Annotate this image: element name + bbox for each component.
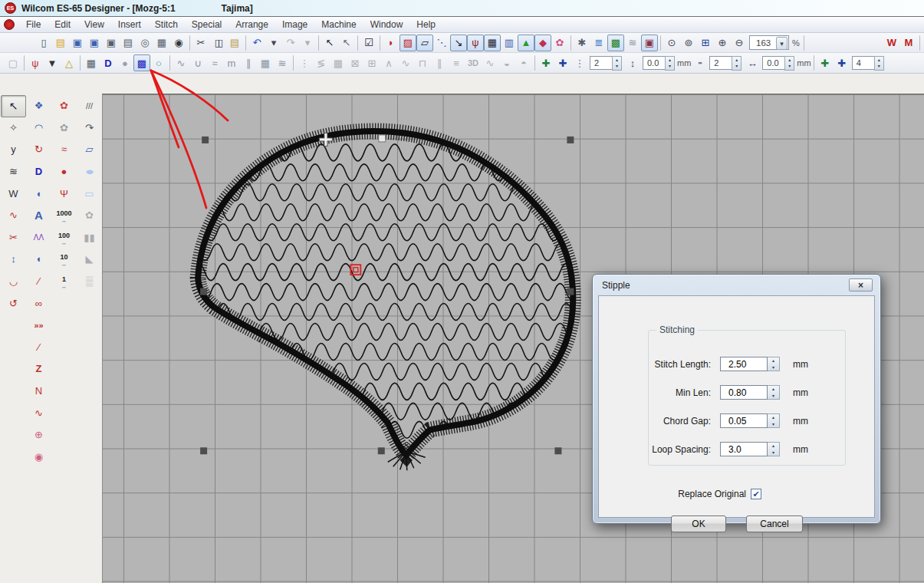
chain-link-tool[interactable]: ∞ (26, 292, 51, 315)
show-bitmap-icon[interactable]: ✿ (551, 35, 568, 51)
menu-insert[interactable]: Insert (111, 17, 148, 32)
loop-stitch-icon[interactable]: ∪ (189, 54, 206, 71)
import-machine-file-icon[interactable]: M (900, 35, 917, 51)
shell-tool[interactable]: ◖ (26, 183, 51, 205)
mw-stitch-tool[interactable]: W (1, 183, 26, 205)
paste-icon[interactable]: ▤ (226, 35, 243, 51)
cut-icon[interactable]: ✂ (192, 35, 209, 51)
tatami-icon[interactable]: ⊠ (347, 54, 363, 71)
reshape-tool[interactable]: ❖ (26, 95, 51, 117)
stitch-angle-icon[interactable]: ↘ (450, 35, 467, 51)
zoom-1-tool[interactable]: 1 ↔ (51, 271, 77, 293)
n-line-tool[interactable]: N (26, 380, 51, 403)
menu-arrange[interactable]: Arrange (229, 17, 275, 32)
toolbox-tool[interactable] (1, 424, 26, 446)
lettering-tool[interactable]: A (26, 205, 51, 227)
toolbox-tool[interactable] (77, 446, 102, 469)
stipple-icon[interactable]: ▩ (133, 54, 150, 71)
shell-nodes-tool[interactable]: ◖ (26, 249, 51, 271)
hatch2-icon[interactable]: ≶ (313, 54, 330, 71)
texture-disabled-tool[interactable]: ◣ (77, 249, 102, 271)
corner-shape-tool[interactable]: ▱ (77, 139, 102, 161)
print-preview-icon[interactable]: ◎ (136, 35, 153, 51)
circle-fill-icon[interactable]: ● (117, 54, 133, 71)
toolbox-tool[interactable] (51, 292, 77, 315)
dotted-curve-icon[interactable]: ⋱ (433, 35, 450, 51)
zoom-100-tool[interactable]: 100 ↔ (51, 227, 77, 249)
toolbox-tool[interactable] (51, 424, 77, 446)
menu-window[interactable]: Window (363, 17, 410, 32)
triangle-node-icon[interactable]: △ (61, 54, 77, 71)
field-spinner[interactable]: ▴ ▾ (768, 357, 780, 371)
pointer-tool-icon[interactable]: ↖ (321, 35, 338, 51)
square-fill-icon[interactable]: ⊞ (363, 54, 380, 71)
width-arrow-icon[interactable]: ↔ (744, 54, 761, 71)
fan-shape-tool[interactable]: ◡ (1, 271, 26, 293)
toolbox-tool[interactable] (51, 358, 77, 380)
outline-design-icon[interactable]: ○ (150, 54, 167, 71)
grid-stitch-icon[interactable]: ▦ (257, 54, 274, 71)
rows-fill-icon[interactable]: ≡ (448, 54, 465, 71)
field-input[interactable]: 0.80 (720, 385, 768, 400)
wave-stitch-icon[interactable]: ≋ (274, 54, 291, 71)
button1-icon[interactable]: ◒ (498, 54, 515, 71)
hatch-lines-tool[interactable]: /// (77, 95, 102, 117)
menu-machine[interactable]: Machine (314, 17, 363, 32)
flower-gray-tool[interactable]: ✿ (51, 117, 77, 140)
toolbox-tool[interactable] (1, 402, 26, 424)
arrow-train-tool[interactable]: »» (26, 315, 51, 337)
polygon-select-tool[interactable]: ✧ (1, 117, 26, 140)
toolbox-tool[interactable] (1, 315, 26, 337)
measure-tool[interactable]: ↕ (1, 249, 26, 271)
needle-dark-icon[interactable]: ▼ (44, 54, 61, 71)
options-check-icon[interactable]: ☑ (360, 35, 377, 51)
segment-nodes-tool[interactable]: ∕ (26, 337, 51, 359)
open-folder-icon[interactable]: ▤ (52, 35, 69, 51)
line-nodes-tool[interactable]: ∕ (26, 271, 51, 293)
needle-point-icon[interactable]: ψ (467, 35, 484, 51)
ellipse-tool[interactable]: ● (77, 161, 102, 183)
dot-fill-icon[interactable]: ⋮ (296, 54, 313, 71)
hoop-icon[interactable]: ▢ (5, 54, 21, 71)
machine-connect-icon[interactable]: ◉ (170, 35, 187, 51)
lines-fill-icon[interactable]: ∥ (431, 54, 448, 71)
undo-icon[interactable]: ↶ (248, 35, 265, 51)
zoom-1to1-icon[interactable]: ⊙ (663, 35, 680, 51)
toolbox-tool[interactable] (51, 315, 77, 337)
pointer-alt-icon[interactable]: ↖ (338, 35, 355, 51)
zoom-10-tool[interactable]: 10 ↔ (51, 249, 77, 271)
overview-window-icon[interactable]: ▣ (641, 35, 658, 51)
spin-down-icon[interactable]: ▾ (768, 450, 779, 456)
zoom-box-icon[interactable]: ⊞ (697, 35, 714, 51)
flower-disabled-tool[interactable]: ✿ (77, 205, 102, 227)
circle-star-tool[interactable]: ⊕ (26, 424, 51, 446)
hoop-frame-icon[interactable]: ▥ (501, 35, 518, 51)
sew-machine-icon[interactable]: ▦ (153, 35, 170, 51)
redo-icon[interactable]: ↷ (282, 35, 299, 51)
zoom-in-icon[interactable]: ⊕ (714, 35, 731, 51)
field-input[interactable]: 0.05 (720, 413, 768, 428)
satin-stitch-icon[interactable]: ∿ (173, 54, 189, 71)
menu-image[interactable]: Image (275, 17, 314, 32)
toolbox-tool[interactable] (1, 380, 26, 403)
field-input[interactable]: 3.0 (720, 442, 768, 456)
cancel-button[interactable]: Cancel (746, 515, 803, 532)
show-design-icon[interactable]: ◆ (534, 35, 551, 51)
figures-disabled-tool[interactable]: ▮▮ (77, 227, 102, 249)
row-spacing-spin[interactable]: 0.0 (762, 56, 785, 70)
center-mark-blue-icon[interactable]: ✚ (834, 54, 850, 71)
toolbox-tool[interactable] (51, 446, 77, 469)
select-tool[interactable]: ↖ (1, 95, 26, 117)
row-count-spin[interactable]: 2 (709, 56, 732, 70)
toolbox-tool[interactable] (77, 424, 102, 446)
pattern-z-icon[interactable]: ▦ (83, 54, 100, 71)
trim-tool[interactable]: ✂ (1, 227, 26, 249)
toolbox-tool[interactable] (1, 337, 26, 359)
height-arrow-icon[interactable]: ↕ (624, 54, 641, 71)
outline-shape-icon[interactable]: ▱ (416, 35, 433, 51)
zoom-previous-icon[interactable]: ⊚ (680, 35, 697, 51)
ok-button[interactable]: OK (671, 515, 726, 532)
menu-stitch[interactable]: Stitch (148, 17, 185, 32)
toolbox-tool[interactable] (51, 402, 77, 424)
arc-tool[interactable]: ↷ (77, 117, 102, 140)
